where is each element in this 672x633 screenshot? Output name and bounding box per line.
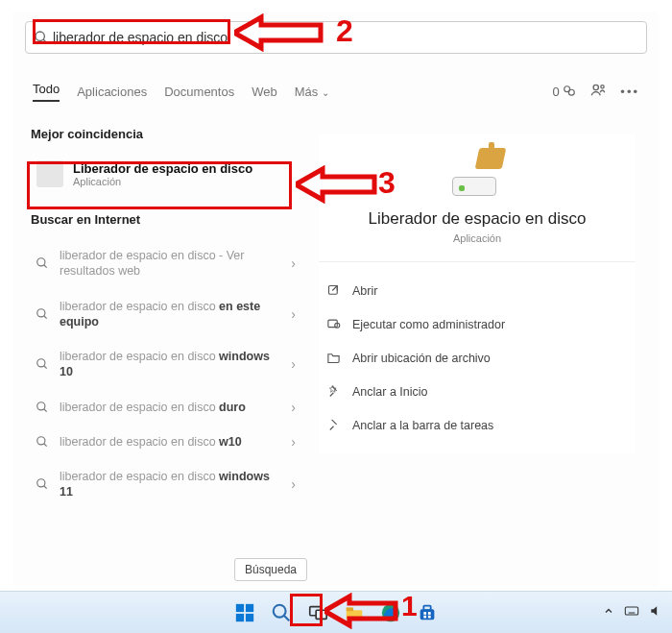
store-button[interactable] [415,600,440,625]
action-open[interactable]: Abrir [323,274,632,307]
search-icon [33,435,52,449]
best-match-title: Liberador de espacio en disco [73,161,252,176]
results-left-column: Mejor coincidencia Liberador de espacio … [13,117,301,568]
svg-point-6 [37,258,45,266]
svg-rect-24 [246,613,253,621]
svg-point-25 [274,604,286,617]
web-result-text: liberador de espacio en disco duro [60,400,285,415]
svg-rect-23 [236,613,244,621]
web-result-item[interactable]: liberador de espacio en disco w10› [31,425,301,459]
action-run-admin[interactable]: Ejecutar como administrador [323,307,632,341]
svg-point-16 [37,479,45,487]
open-icon [326,283,341,298]
more-options-icon[interactable]: ••• [620,85,639,99]
svg-rect-22 [246,603,253,611]
svg-rect-37 [625,607,637,615]
chevron-right-icon: › [291,356,296,372]
tab-all[interactable]: Todo [33,82,60,102]
web-result-item[interactable]: liberador de espacio en disco en este eq… [31,289,301,340]
svg-point-5 [601,85,604,87]
web-result-item[interactable]: liberador de espacio en disco duro› [31,390,301,425]
svg-rect-29 [347,607,353,611]
svg-point-10 [37,359,45,367]
svg-rect-34 [428,612,431,615]
action-run-admin-label: Ejecutar como administrador [352,318,505,331]
svg-point-12 [37,402,45,409]
action-open-label: Abrir [352,284,377,298]
disk-cleanup-icon [446,148,508,196]
search-icon [33,357,52,371]
svg-line-17 [44,486,47,489]
search-icon [33,477,52,491]
svg-line-15 [44,444,47,447]
search-icon [33,307,52,321]
search-input[interactable] [49,28,638,47]
taskbar-search-button[interactable] [269,600,294,625]
preview-pane: Liberador de espacio en disco Aplicación… [301,117,659,568]
chevron-right-icon: › [291,400,296,415]
preview-actions: Abrir Ejecutar como administrador Abrir … [319,262,636,453]
chevron-right-icon: › [291,256,296,271]
preview-subtitle: Aplicación [319,232,636,244]
svg-rect-35 [423,615,426,618]
tray-volume-icon[interactable] [649,604,662,621]
best-match-item[interactable]: Liberador de espacio en disco Aplicación [31,153,301,195]
action-open-location-label: Abrir ubicación de archivo [352,352,491,365]
chevron-right-icon: › [291,306,296,322]
account-icon[interactable] [589,82,607,102]
web-results-header: Buscar en Internet [31,212,301,227]
tray-keyboard-icon[interactable] [624,604,639,621]
search-icon [34,30,49,45]
web-result-text: liberador de espacio en disco en este eq… [60,299,285,330]
svg-rect-32 [423,605,430,610]
web-result-item[interactable]: liberador de espacio en disco - Ver resu… [31,238,301,289]
busqueda-button[interactable]: Búsqueda [234,558,307,581]
web-result-item[interactable]: liberador de espacio en disco windows 10… [31,339,301,390]
svg-point-8 [37,309,45,317]
chevron-right-icon: › [291,434,296,450]
preview-title: Liberador de espacio en disco [319,209,636,229]
app-thumb-icon [36,160,63,187]
search-bar[interactable] [25,21,647,54]
action-pin-start[interactable]: Anclar a Inicio [323,375,632,408]
rewards-points[interactable]: 0 [552,85,576,99]
folder-icon [326,351,341,365]
tab-apps[interactable]: Aplicaciones [77,85,147,99]
svg-rect-36 [428,615,431,618]
windows-search-panel: Todo Aplicaciones Documentos Web Más ⌄ 0… [13,12,659,587]
start-button[interactable] [232,600,257,625]
search-icon [33,401,52,414]
best-match-subtitle: Aplicación [73,176,252,187]
web-result-text: liberador de espacio en disco windows 10 [60,349,285,380]
search-tabs: Todo Aplicaciones Documentos Web Más ⌄ 0… [33,77,639,106]
taskbar [0,591,672,633]
svg-rect-33 [423,612,426,615]
svg-line-9 [44,316,47,319]
best-match-header: Mejor coincidencia [31,127,301,141]
svg-rect-28 [316,610,326,619]
pin-icon [326,384,341,399]
edge-button[interactable] [378,600,403,625]
svg-line-1 [43,39,46,42]
svg-line-7 [44,265,47,268]
tab-web[interactable]: Web [252,85,277,99]
svg-point-4 [593,85,598,89]
svg-line-13 [44,408,47,411]
chevron-right-icon: › [291,476,296,492]
action-pin-taskbar-label: Anclar a la barra de tareas [352,419,493,432]
task-view-button[interactable] [305,600,330,625]
svg-rect-21 [236,603,244,611]
action-pin-taskbar[interactable]: Anclar a la barra de tareas [323,408,632,442]
web-result-text: liberador de espacio en disco w10 [60,434,285,450]
action-open-location[interactable]: Abrir ubicación de archivo [323,341,632,375]
svg-point-14 [37,437,45,445]
svg-point-0 [36,32,44,40]
shield-icon [326,317,341,331]
svg-line-11 [44,366,47,369]
tab-more[interactable]: Más ⌄ [295,85,329,99]
tray-chevron-icon[interactable] [603,605,614,620]
file-explorer-button[interactable] [342,600,367,625]
tab-documents[interactable]: Documentos [164,85,234,99]
svg-line-26 [284,615,290,621]
web-result-item[interactable]: liberador de espacio en disco windows 11… [31,459,301,510]
